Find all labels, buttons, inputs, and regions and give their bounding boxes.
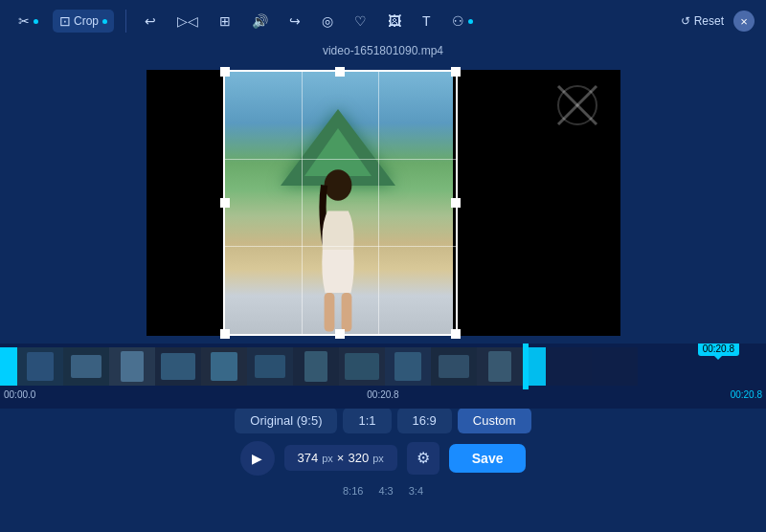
audio-icon: 🔊 (252, 13, 268, 29)
crop-label: Crop (74, 14, 99, 28)
timeline-thumb-10 (431, 347, 477, 386)
text-icon: T (422, 13, 431, 29)
watermark-icon (553, 81, 601, 129)
svg-rect-25 (439, 355, 469, 378)
svg-rect-1 (324, 293, 334, 332)
timeline-thumb-5 (201, 347, 247, 386)
timeline-active-end (529, 347, 546, 386)
play-icon: ▶ (252, 451, 262, 466)
height-value: 320 (348, 451, 369, 465)
cut-dot (34, 19, 38, 24)
timeline-thumb-2 (63, 347, 109, 386)
sub-ar-2: 4:3 (378, 485, 393, 497)
svg-rect-9 (71, 355, 101, 378)
play-button[interactable]: ▶ (240, 441, 275, 476)
settings-button[interactable]: ⚙ (407, 442, 439, 475)
close-icon: × (740, 14, 748, 29)
timeline-ghost-2 (592, 347, 638, 386)
timeline-thumb-7 (293, 347, 339, 386)
toolbar-right: ↺ Reset × (681, 11, 755, 32)
svg-rect-21 (345, 353, 379, 380)
time-end: 00:20.8 (731, 389, 762, 400)
tool-image[interactable]: 🖼 (381, 10, 408, 33)
tool-layout[interactable]: ⊞ (213, 10, 237, 33)
person-icon: ⚇ (452, 13, 464, 29)
watermark-box (544, 79, 611, 132)
ar-btn-16-9[interactable]: 16:9 (397, 408, 452, 433)
close-button[interactable]: × (733, 11, 755, 32)
cut-icon: ✂ (18, 13, 30, 29)
svg-rect-27 (488, 351, 511, 382)
video-black-right (453, 70, 620, 336)
redo-icon: ↪ (289, 13, 301, 29)
timeline-thumb-9 (385, 347, 431, 386)
time-labels: 00:00.0 00:20.8 00:20.8 (0, 389, 766, 400)
svg-rect-11 (121, 351, 144, 382)
timeline-active-start (0, 347, 17, 386)
svg-rect-17 (255, 355, 285, 378)
person-silhouette (300, 164, 376, 336)
toolbar: ✂ ⊡ Crop ↩ ▷◁ ⊞ 🔊 ↪ ◎ ♡ 🖼 T ⚇ ↺ Reset (0, 0, 766, 42)
sticker-icon: ◎ (322, 13, 333, 29)
tool-cut[interactable]: ✂ (11, 10, 45, 33)
reset-label: Reset (694, 14, 724, 28)
ar-btn-original[interactable]: Original (9:5) (235, 408, 337, 433)
tool-crop[interactable]: ⊡ Crop (53, 10, 114, 33)
video-black-left (146, 70, 223, 336)
sub-ar-1: 8:16 (343, 485, 363, 497)
svg-rect-23 (394, 352, 421, 381)
save-button[interactable]: Save (449, 444, 527, 473)
timeline-strip-wrapper: 00:20.8 (0, 344, 766, 389)
timeline-thumb-1 (17, 347, 63, 386)
tool-audio[interactable]: 🔊 (245, 10, 275, 33)
px-label-1: px (322, 453, 333, 464)
aspect-ratio-row: Original (9:5) 1:1 16:9 Custom (235, 408, 530, 433)
layout-icon: ⊞ (219, 13, 231, 29)
width-value: 374 (298, 451, 319, 465)
video-frame (223, 70, 453, 336)
sub-ar-row: 8:16 4:3 3:4 (343, 485, 423, 497)
ar-btn-1-1[interactable]: 1:1 (343, 408, 391, 433)
undo-icon: ↩ (145, 13, 156, 29)
px-label-2: px (372, 453, 384, 464)
sub-ar-3: 3:4 (409, 485, 423, 497)
timeline-thumb-3 (109, 347, 155, 386)
timeline-strip[interactable] (0, 344, 766, 389)
time-indicator-wrapper: 00:20.8 (698, 344, 739, 356)
tool-text[interactable]: T (416, 10, 438, 33)
timeline-thumb-11 (477, 347, 523, 386)
timeline-thumb-6 (247, 347, 293, 386)
canvas-area (0, 61, 766, 344)
video-container (146, 70, 620, 336)
overlay-icon: ♡ (354, 13, 367, 29)
filename-bar: video-1651801090.mp4 (0, 42, 766, 61)
ar-btn-custom[interactable]: Custom (458, 408, 531, 433)
tool-flip[interactable]: ▷◁ (170, 10, 205, 33)
indicator-arrow (714, 356, 722, 360)
svg-rect-7 (27, 352, 54, 381)
tool-redo[interactable]: ↪ (282, 10, 307, 33)
svg-rect-19 (304, 351, 327, 382)
tool-overlay[interactable]: ♡ (348, 10, 373, 33)
timeline-thumb-4 (155, 347, 201, 386)
tool-person[interactable]: ⚇ (445, 10, 480, 33)
size-display: 374 px × 320 px (284, 445, 397, 471)
svg-rect-15 (211, 352, 237, 381)
tool-sticker[interactable]: ◎ (315, 10, 340, 33)
timeline-thumb-8 (339, 347, 385, 386)
crop-dot (102, 19, 107, 24)
tool-undo[interactable]: ↩ (138, 10, 163, 33)
separator-1 (125, 10, 126, 33)
svg-point-0 (324, 169, 351, 200)
time-start: 00:00.0 (4, 389, 35, 400)
svg-rect-2 (341, 293, 351, 332)
settings-icon: ⚙ (417, 449, 430, 467)
bottom-controls: Original (9:5) 1:1 16:9 Custom ▶ 374 px … (0, 409, 766, 495)
x-separator: × (337, 451, 345, 465)
time-middle: 00:20.8 (367, 389, 398, 400)
svg-rect-13 (161, 353, 195, 380)
filename: video-1651801090.mp4 (323, 44, 443, 57)
reset-button[interactable]: ↺ Reset (681, 14, 724, 28)
timeline-area: 00:20.8 (0, 344, 766, 409)
timeline-ghost-1 (546, 347, 592, 386)
